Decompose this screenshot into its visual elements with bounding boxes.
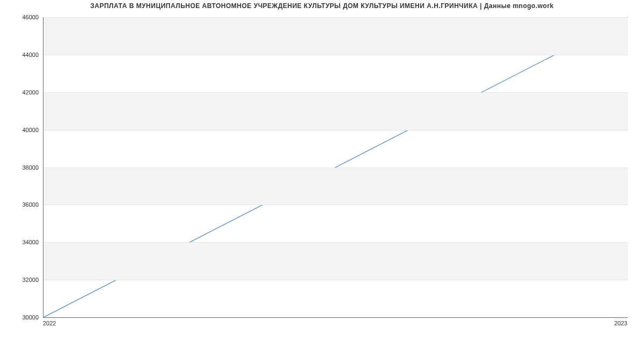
chart-container: ЗАРПЛАТА В МУНИЦИПАЛЬНОЕ АВТОНОМНОЕ УЧРЕ… (0, 0, 644, 349)
x-tick-label: 2022 (43, 320, 56, 326)
y-tick-label: 32000 (22, 277, 39, 283)
gridline (43, 205, 628, 205)
y-tick-label: 30000 (22, 314, 39, 321)
y-tick-label: 42000 (22, 89, 39, 96)
y-axis-labels: 3000032000340003600038000400004200044000… (0, 17, 39, 318)
y-tick-label: 46000 (22, 14, 39, 20)
chart-title: ЗАРПЛАТА В МУНИЦИПАЛЬНОЕ АВТОНОМНОЕ УЧРЕ… (0, 2, 644, 10)
y-tick-label: 34000 (22, 239, 39, 245)
grid-band (43, 17, 628, 55)
y-tick-label: 44000 (22, 52, 39, 58)
x-axis-labels: 20222023 (43, 320, 628, 331)
y-tick-label: 38000 (22, 164, 39, 171)
x-tick-label: 2023 (614, 320, 627, 326)
gridline (43, 280, 628, 280)
gridline (43, 55, 628, 55)
grid-band (43, 92, 628, 130)
grid-band (43, 168, 628, 205)
gridline (43, 242, 628, 243)
gridline (43, 92, 628, 93)
y-tick-label: 36000 (22, 201, 39, 208)
plot-area (43, 17, 628, 318)
grid-band (43, 242, 628, 280)
gridline (43, 17, 628, 18)
y-tick-label: 40000 (22, 127, 39, 133)
gridline (43, 130, 628, 130)
gridline (43, 168, 628, 168)
